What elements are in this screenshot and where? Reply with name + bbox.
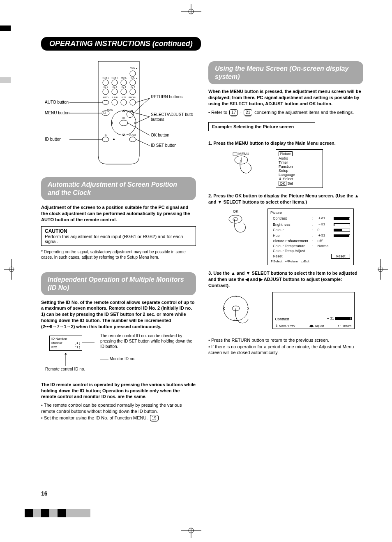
- list-item: Set the monitor using the ID No. of Func…: [41, 415, 196, 421]
- list-item: Refer to 17 - 21 concerning the adjustme…: [208, 109, 363, 116]
- svg-text:OK: OK: [122, 117, 125, 119]
- decor-squares: [25, 509, 90, 517]
- section-title-id: Independent Operation of Multiple Monito…: [41, 272, 196, 295]
- svg-text:AV 4: AV 4: [130, 86, 135, 88]
- svg-point-78: [229, 215, 242, 223]
- list-item: The remote control can be operated norma…: [41, 402, 196, 414]
- svg-text:AV 3: AV 3: [121, 86, 126, 88]
- id-note: The remote control ID no. can be checked…: [100, 333, 196, 349]
- page-number: 16: [41, 490, 48, 497]
- svg-line-68: [128, 123, 150, 135]
- crop-mark-icon: [376, 259, 388, 280]
- svg-line-70: [136, 139, 150, 146]
- svg-point-34: [130, 89, 136, 95]
- svg-text:MENU button: MENU button: [45, 111, 69, 115]
- section-title-menu: Using the Menu Screen (On-screen display…: [208, 61, 363, 84]
- svg-text:ID SET button: ID SET button: [151, 143, 177, 148]
- svg-rect-74: [233, 153, 237, 155]
- svg-point-16: [130, 71, 136, 76]
- caution-body: Perform this adjustment for each input (…: [45, 234, 192, 244]
- nav-hand-icon: [217, 292, 258, 330]
- step-text: 1. Press the MENU button to display the …: [208, 140, 363, 146]
- press-hand-icon: MENU: [225, 149, 262, 179]
- page-ref-icon: 19: [150, 415, 159, 421]
- svg-text:SIZE: SIZE: [121, 96, 126, 99]
- decor-block: [0, 77, 11, 83]
- page-ref-icon: 21: [244, 109, 252, 116]
- list-item: Press the RETURN button to return to the…: [208, 337, 363, 343]
- svg-text:RECALL: RECALL: [129, 96, 137, 99]
- svg-line-64: [136, 117, 150, 123]
- svg-text:P IN P: P IN P: [111, 96, 118, 99]
- svg-point-47: [111, 111, 136, 135]
- svg-point-42: [130, 100, 136, 105]
- svg-point-38: [112, 100, 118, 105]
- adjust-screen: Contrast ＋31 ⇕ Next / Prev ◀▶ Adjust ↩ R…: [272, 292, 355, 329]
- caution-title: CAUTION: [45, 228, 192, 234]
- step-text: 2. Press the OK button to display the Pi…: [208, 193, 363, 205]
- svg-text:▲: ▲: [136, 67, 138, 69]
- body-text: The ID remote control is operated by pre…: [41, 382, 196, 400]
- decor-block: [0, 25, 11, 31]
- svg-text:▼: ▼: [136, 77, 138, 79]
- step-text: 3. Use the ▲ and ▼ SELECT buttons to sel…: [208, 270, 363, 289]
- svg-text:ID: ID: [104, 134, 106, 137]
- example-box: Example: Selecting the Picture screen: [208, 122, 315, 131]
- svg-point-79: [233, 218, 238, 221]
- body-text: Setting the ID No. of the remote control…: [41, 299, 196, 330]
- svg-text:OK button: OK button: [151, 133, 169, 137]
- list-item: If there is no operation for a period of…: [208, 344, 363, 356]
- svg-point-30: [112, 89, 118, 95]
- svg-text:RETURN buttons: RETURN buttons: [151, 95, 182, 99]
- page-ref-icon: 17: [229, 109, 238, 116]
- svg-point-53: [129, 137, 136, 142]
- svg-text:VOL: VOL: [130, 76, 134, 79]
- monitor-id-label: —— Monitor ID no.: [100, 357, 196, 361]
- svg-point-52: [113, 139, 115, 140]
- svg-text:AV 2: AV 2: [112, 86, 117, 88]
- id-diagram: ID Number Monitor[ 1 ] R/C[ 1 ] Remote c…: [41, 333, 196, 378]
- svg-point-25: [130, 80, 136, 86]
- svg-text:MENU: MENU: [238, 152, 249, 156]
- svg-rect-45: [104, 112, 106, 113]
- svg-text:RGB 1: RGB 1: [102, 76, 108, 79]
- svg-point-50: [102, 137, 109, 142]
- crop-mark-icon: [181, 526, 201, 538]
- svg-text:VOL: VOL: [130, 67, 135, 69]
- svg-point-40: [121, 100, 127, 105]
- remote-id-label: Remote control ID no.: [45, 367, 85, 371]
- press-hand-icon: OK: [221, 208, 254, 238]
- svg-text:AUTO button: AUTO button: [45, 100, 69, 104]
- svg-point-36: [102, 100, 109, 104]
- svg-point-19: [103, 80, 108, 86]
- body-text: Adjustment of the screen to a position s…: [41, 204, 196, 223]
- picture-menu-screen: Picture Contrast:＋31 Brightness:－31 Colo…: [267, 208, 354, 265]
- section-title-auto-adjust: Automatic Adjustment of Screen Position …: [41, 177, 196, 200]
- svg-text:AV 1: AV 1: [103, 86, 108, 88]
- caution-box: CAUTION Perform this adjustment for each…: [41, 226, 196, 246]
- crop-mark-icon: [181, 4, 201, 16]
- svg-point-21: [112, 80, 118, 86]
- body-text: When the MENU button is pressed, the adj…: [208, 88, 363, 107]
- svg-text:SELECT/ADJUST buttons: SELECT/ADJUST buttons: [151, 112, 193, 117]
- svg-point-28: [103, 89, 108, 95]
- remote-diagram: VOL ▲ RGB 1 RGB 2 MUTE VOL▼ AV 1 AV 2 AV…: [41, 57, 196, 173]
- page-header: OPERATING INSTRUCTIONS (continued): [41, 37, 201, 51]
- main-menu-screen: Picture Audio Timer Function Setup Langu…: [276, 149, 323, 188]
- svg-text:ID SET: ID SET: [129, 134, 136, 137]
- svg-text:OK: OK: [233, 209, 238, 213]
- footnote: * Depending on the signal, satisfactory …: [41, 249, 196, 260]
- svg-text:ID button: ID button: [45, 137, 62, 141]
- svg-text:MUTE: MUTE: [120, 76, 127, 79]
- svg-text:MENU: MENU: [107, 109, 113, 111]
- svg-line-65: [124, 110, 150, 117]
- svg-point-32: [121, 89, 127, 95]
- svg-point-23: [121, 80, 127, 86]
- svg-text:RGB 2: RGB 2: [111, 76, 118, 79]
- crop-mark-icon: [4, 259, 16, 280]
- svg-text:AUTO: AUTO: [103, 96, 108, 99]
- svg-point-48: [120, 120, 128, 126]
- svg-text:buttons: buttons: [151, 117, 164, 122]
